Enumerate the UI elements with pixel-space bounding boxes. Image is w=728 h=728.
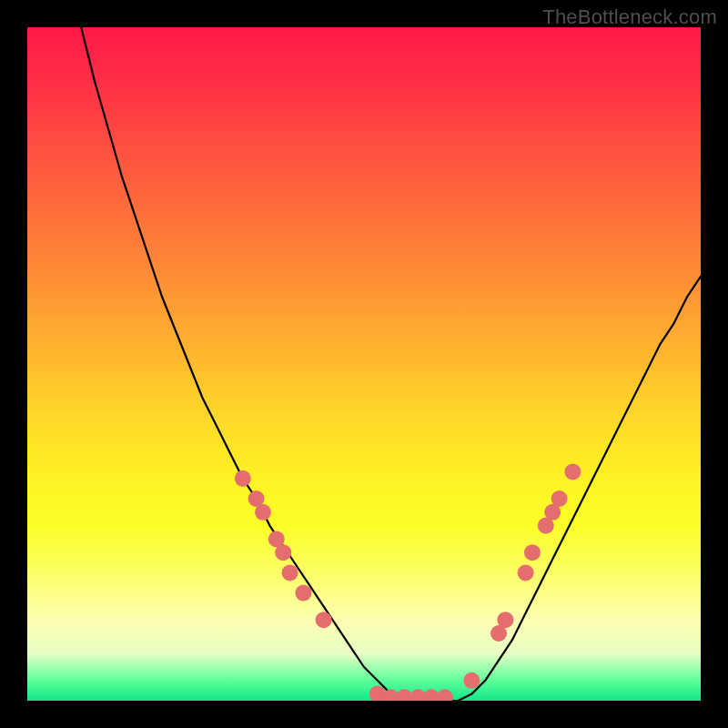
curve-marker-dot [518,564,534,581]
curve-marker-dot [463,672,480,689]
plot-area [27,27,701,701]
curve-marker-dot [282,564,298,581]
chart-frame: TheBottleneck.com [0,0,728,728]
curve-marker-dot [275,544,291,561]
curve-markers [235,463,581,701]
curve-marker-dot [235,470,251,487]
curve-marker-dot [564,463,581,480]
curve-marker-dot [437,689,453,701]
curve-marker-dot [316,612,332,628]
watermark-text: TheBottleneck.com [542,5,717,29]
curve-marker-dot [497,612,513,628]
curve-marker-dot [295,585,311,602]
curve-svg [27,27,701,701]
bottleneck-curve [81,27,701,701]
curve-marker-dot [551,490,568,507]
curve-marker-dot [524,544,541,561]
curve-marker-dot [255,504,271,521]
